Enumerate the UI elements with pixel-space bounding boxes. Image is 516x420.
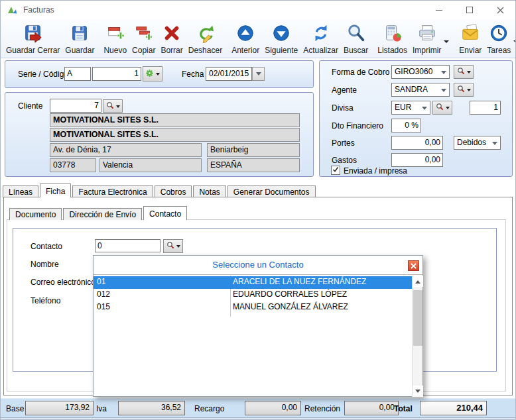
listados-button[interactable]: Listados bbox=[375, 21, 410, 56]
nombre-label: Nombre bbox=[31, 260, 59, 269]
send-icon bbox=[460, 23, 480, 45]
cliente-label: Cliente bbox=[18, 101, 42, 111]
cliente-codigo-input[interactable]: 7 bbox=[50, 99, 101, 113]
total-label: Total bbox=[394, 404, 413, 413]
scroll-up-button[interactable] bbox=[413, 276, 423, 287]
chevron-down-icon bbox=[256, 72, 261, 78]
agente-label: Agente bbox=[332, 85, 357, 95]
tab-lineas[interactable]: Líneas bbox=[3, 185, 38, 197]
seleccione-contacto-dialog: Seleccione un Contacto 01 ARACELI DE LA … bbox=[93, 255, 423, 397]
chevron-down-icon bbox=[415, 390, 420, 395]
nuevo-button[interactable]: Nuevo bbox=[101, 21, 129, 56]
portes-label: Portes bbox=[332, 138, 355, 148]
deshacer-button[interactable]: Deshacer bbox=[186, 21, 225, 56]
chevron-down-icon bbox=[441, 89, 446, 95]
reports-icon bbox=[383, 23, 403, 45]
next-icon bbox=[271, 23, 291, 45]
contact-row[interactable]: 015 MANUEL GONZÁLEZ ÁLVAREZ bbox=[94, 301, 413, 314]
divisa-lookup-button[interactable] bbox=[432, 101, 452, 115]
guardar-cerrar-button[interactable]: Guardar Cerrar bbox=[3, 21, 62, 56]
minimize-button[interactable] bbox=[424, 1, 454, 19]
subtab-documento[interactable]: Documento bbox=[9, 208, 62, 220]
divisa-cambio-input[interactable]: 1 bbox=[470, 101, 501, 115]
imprimir-dropdown-arrow-icon[interactable] bbox=[444, 40, 449, 46]
window-bottom-edge bbox=[1, 417, 515, 420]
tab-ficha[interactable]: Ficha bbox=[40, 184, 71, 197]
fecha-dropdown-button[interactable] bbox=[252, 67, 265, 81]
contacto-input[interactable]: 0 bbox=[95, 239, 161, 252]
tab-factura-electronica[interactable]: Factura Electrónica bbox=[72, 185, 153, 197]
scrollbar-thumb[interactable] bbox=[413, 290, 422, 346]
main-tab-strip: Líneas Ficha Factura Electrónica Cobros … bbox=[3, 184, 317, 197]
scroll-down-button[interactable] bbox=[413, 386, 423, 397]
refresh-icon bbox=[311, 23, 331, 45]
tasks-icon bbox=[489, 23, 509, 45]
contacto-lookup-button[interactable] bbox=[163, 239, 183, 253]
portes-tipo-select[interactable]: Debidos bbox=[454, 136, 501, 150]
tareas-dropdown-arrow-icon[interactable] bbox=[513, 40, 516, 46]
subtab-contacto[interactable]: Contacto bbox=[143, 206, 187, 220]
enviada-impresa-label: Enviada / impresa bbox=[344, 166, 407, 176]
dialog-close-button[interactable] bbox=[408, 260, 419, 271]
base-label: Base bbox=[6, 404, 24, 413]
config-dropdown-arrow-icon bbox=[156, 73, 160, 78]
lookup-dropdown-arrow-icon bbox=[467, 89, 471, 93]
enviada-impresa-checkbox[interactable] bbox=[331, 166, 340, 175]
buscar-button[interactable]: Buscar bbox=[341, 21, 371, 56]
recargo-field: 0,00 bbox=[245, 401, 301, 415]
contacto-label: Contacto bbox=[31, 242, 62, 251]
cliente-direccion-field: Av. de Dénia, 17 bbox=[50, 143, 202, 157]
contact-row[interactable]: 012 EDUARDO CORRALES LÓPEZ bbox=[94, 289, 413, 301]
dto-financiero-input[interactable]: 0 % bbox=[391, 119, 421, 132]
close-x-icon bbox=[411, 263, 417, 269]
cliente-pais-field: ESPAÑA bbox=[207, 158, 300, 172]
tab-cobros[interactable]: Cobros bbox=[155, 185, 192, 197]
base-field: 173,92 bbox=[25, 401, 94, 415]
maximize-button[interactable] bbox=[454, 1, 485, 19]
guardar-button[interactable]: Guardar bbox=[62, 21, 97, 56]
lookup-dropdown-arrow-icon bbox=[116, 105, 120, 110]
copy-icon bbox=[134, 23, 154, 45]
retencion-label: Retención bbox=[304, 404, 340, 413]
magnifier-icon bbox=[436, 103, 444, 113]
serie-input[interactable]: A bbox=[64, 67, 91, 81]
dto-financiero-label: Dto Financiero bbox=[332, 121, 383, 131]
subtab-direccion-envio[interactable]: Dirección de Envío bbox=[63, 208, 142, 220]
tareas-button[interactable]: Tareas bbox=[484, 21, 513, 56]
close-button[interactable] bbox=[485, 1, 515, 19]
tab-generar-documentos[interactable]: Generar Documentos bbox=[227, 185, 316, 197]
imprimir-button[interactable]: Imprimir bbox=[410, 21, 444, 56]
tab-notas[interactable]: Notas bbox=[193, 185, 226, 197]
siguiente-button[interactable]: Siguiente bbox=[262, 21, 300, 56]
contact-row-selected[interactable]: 01 ARACELI DE LA NUEZ FERNÁNDEZ bbox=[94, 276, 413, 289]
divisa-select[interactable]: EUR bbox=[391, 101, 430, 115]
magnifier-icon bbox=[166, 241, 174, 251]
recargo-label: Recargo bbox=[194, 404, 224, 413]
lookup-dropdown-arrow-icon bbox=[176, 245, 180, 250]
actualizar-button[interactable]: Actualizar bbox=[300, 21, 341, 56]
agente-lookup-button[interactable] bbox=[454, 83, 474, 97]
enviar-button[interactable]: Enviar bbox=[456, 21, 484, 56]
portes-input[interactable]: 0,00 bbox=[391, 136, 443, 150]
chevron-down-icon bbox=[441, 71, 446, 77]
fecha-input[interactable]: 02/01/2015 bbox=[206, 67, 252, 81]
dialog-header: Seleccione un Contacto bbox=[94, 256, 422, 275]
cliente-lookup-button[interactable] bbox=[103, 99, 123, 113]
app-logo-icon bbox=[7, 5, 18, 15]
forma-cobro-lookup-button[interactable] bbox=[454, 65, 474, 79]
anterior-button[interactable]: Anterior bbox=[229, 21, 262, 56]
forma-cobro-select[interactable]: GIRO3060 bbox=[391, 65, 450, 79]
codigo-config-button[interactable] bbox=[143, 66, 162, 81]
gastos-input[interactable]: 0,00 bbox=[391, 153, 443, 167]
copiar-button[interactable]: Copiar bbox=[129, 21, 158, 56]
dialog-scrollbar[interactable] bbox=[412, 276, 422, 397]
agente-select[interactable]: SANDRA bbox=[391, 83, 450, 97]
dialog-title: Seleccione un Contacto bbox=[94, 260, 422, 270]
cliente-poblacion-field: Beniarbeig bbox=[207, 143, 300, 157]
borrar-button[interactable]: Borrar bbox=[158, 21, 185, 56]
delete-icon bbox=[162, 23, 182, 45]
codigo-input[interactable]: 1 bbox=[92, 67, 141, 81]
iva-label: Iva bbox=[96, 404, 107, 413]
cobro-panel: Forma de Cobro GIRO3060 Agente SANDRA Di… bbox=[319, 60, 513, 177]
gastos-label: Gastos bbox=[332, 156, 357, 165]
